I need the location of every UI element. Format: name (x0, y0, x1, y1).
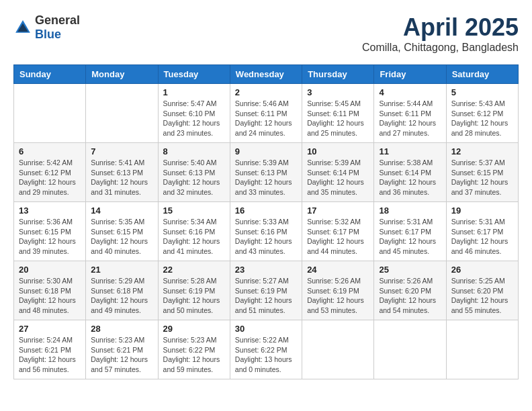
day-info: Sunrise: 5:39 AMSunset: 6:13 PMDaylight:… (235, 158, 297, 197)
day-info: Sunrise: 5:38 AMSunset: 6:14 PMDaylight:… (379, 158, 441, 197)
month-title: April 2025 (362, 13, 519, 42)
day-number: 26 (451, 265, 513, 275)
calendar-week-row: 13Sunrise: 5:36 AMSunset: 6:15 PMDayligh… (14, 202, 519, 261)
calendar-cell (302, 320, 374, 379)
calendar-cell: 24Sunrise: 5:26 AMSunset: 6:19 PMDayligh… (302, 261, 374, 320)
weekday-header: Saturday (446, 65, 518, 84)
day-info: Sunrise: 5:44 AMSunset: 6:11 PMDaylight:… (379, 99, 441, 138)
day-number: 1 (163, 87, 225, 97)
day-info: Sunrise: 5:47 AMSunset: 6:10 PMDaylight:… (163, 99, 225, 138)
day-info: Sunrise: 5:31 AMSunset: 6:17 PMDaylight:… (451, 217, 513, 257)
logo-text: General Blue (35, 13, 80, 42)
day-number: 28 (91, 324, 152, 334)
day-info: Sunrise: 5:30 AMSunset: 6:18 PMDaylight:… (19, 276, 81, 316)
title-area: April 2025 Comilla, Chittagong, Banglade… (362, 13, 519, 54)
day-info: Sunrise: 5:23 AMSunset: 6:21 PMDaylight:… (91, 335, 152, 375)
calendar-cell: 30Sunrise: 5:22 AMSunset: 6:22 PMDayligh… (230, 320, 302, 379)
day-info: Sunrise: 5:39 AMSunset: 6:14 PMDaylight:… (307, 158, 369, 197)
day-number: 17 (307, 205, 369, 216)
calendar-table: SundayMondayTuesdayWednesdayThursdayFrid… (13, 64, 519, 379)
calendar-cell: 16Sunrise: 5:33 AMSunset: 6:16 PMDayligh… (230, 202, 302, 261)
calendar-week-row: 6Sunrise: 5:42 AMSunset: 6:12 PMDaylight… (14, 143, 519, 202)
day-info: Sunrise: 5:29 AMSunset: 6:18 PMDaylight:… (91, 276, 152, 316)
day-number: 18 (379, 205, 441, 216)
calendar-cell: 13Sunrise: 5:36 AMSunset: 6:15 PMDayligh… (14, 202, 86, 261)
day-info: Sunrise: 5:26 AMSunset: 6:20 PMDaylight:… (379, 276, 441, 316)
day-info: Sunrise: 5:45 AMSunset: 6:11 PMDaylight:… (307, 99, 369, 138)
calendar-cell: 7Sunrise: 5:41 AMSunset: 6:13 PMDaylight… (86, 143, 158, 202)
day-info: Sunrise: 5:43 AMSunset: 6:12 PMDaylight:… (451, 99, 513, 138)
calendar-cell: 4Sunrise: 5:44 AMSunset: 6:11 PMDaylight… (374, 84, 446, 143)
day-number: 25 (379, 265, 441, 275)
day-number: 9 (235, 146, 297, 156)
location-title: Comilla, Chittagong, Bangladesh (362, 42, 519, 54)
calendar-cell: 2Sunrise: 5:46 AMSunset: 6:11 PMDaylight… (230, 84, 302, 143)
weekday-header: Monday (86, 65, 158, 84)
day-info: Sunrise: 5:31 AMSunset: 6:17 PMDaylight:… (379, 217, 441, 257)
day-info: Sunrise: 5:40 AMSunset: 6:13 PMDaylight:… (163, 158, 225, 197)
calendar-cell: 17Sunrise: 5:32 AMSunset: 6:17 PMDayligh… (302, 202, 374, 261)
logo-general: General (35, 13, 80, 27)
day-number: 2 (235, 87, 297, 97)
day-info: Sunrise: 5:22 AMSunset: 6:22 PMDaylight:… (235, 335, 297, 375)
day-number: 21 (91, 265, 152, 275)
day-info: Sunrise: 5:42 AMSunset: 6:12 PMDaylight:… (19, 158, 81, 197)
calendar-cell: 28Sunrise: 5:23 AMSunset: 6:21 PMDayligh… (86, 320, 158, 379)
logo: General Blue (13, 13, 80, 42)
day-number: 15 (163, 205, 225, 216)
day-info: Sunrise: 5:41 AMSunset: 6:13 PMDaylight:… (91, 158, 152, 197)
logo-blue: Blue (35, 28, 61, 41)
day-number: 19 (451, 205, 513, 216)
day-number: 10 (307, 146, 369, 156)
calendar-cell: 27Sunrise: 5:24 AMSunset: 6:21 PMDayligh… (14, 320, 86, 379)
day-info: Sunrise: 5:26 AMSunset: 6:19 PMDaylight:… (307, 276, 369, 316)
day-number: 11 (379, 146, 441, 156)
generalblue-logo-icon (13, 18, 32, 37)
calendar-cell: 21Sunrise: 5:29 AMSunset: 6:18 PMDayligh… (86, 261, 158, 320)
day-number: 4 (379, 87, 441, 97)
calendar-cell: 20Sunrise: 5:30 AMSunset: 6:18 PMDayligh… (14, 261, 86, 320)
day-number: 7 (91, 146, 152, 156)
day-number: 29 (163, 324, 225, 334)
day-number: 30 (235, 324, 297, 334)
day-info: Sunrise: 5:25 AMSunset: 6:20 PMDaylight:… (451, 276, 513, 316)
day-number: 27 (19, 324, 81, 334)
day-number: 3 (307, 87, 369, 97)
day-info: Sunrise: 5:33 AMSunset: 6:16 PMDaylight:… (235, 217, 297, 257)
calendar-cell (446, 320, 518, 379)
weekday-header: Thursday (302, 65, 374, 84)
day-info: Sunrise: 5:32 AMSunset: 6:17 PMDaylight:… (307, 217, 369, 257)
calendar-cell: 6Sunrise: 5:42 AMSunset: 6:12 PMDaylight… (14, 143, 86, 202)
weekday-header: Sunday (14, 65, 86, 84)
calendar-cell (374, 320, 446, 379)
weekday-header: Friday (374, 65, 446, 84)
calendar-cell (14, 84, 86, 143)
day-info: Sunrise: 5:35 AMSunset: 6:15 PMDaylight:… (91, 217, 152, 257)
calendar-cell: 22Sunrise: 5:28 AMSunset: 6:19 PMDayligh… (158, 261, 230, 320)
day-info: Sunrise: 5:36 AMSunset: 6:15 PMDaylight:… (19, 217, 81, 257)
calendar-cell: 19Sunrise: 5:31 AMSunset: 6:17 PMDayligh… (446, 202, 518, 261)
calendar-header-row: SundayMondayTuesdayWednesdayThursdayFrid… (14, 65, 519, 84)
calendar-cell: 23Sunrise: 5:27 AMSunset: 6:19 PMDayligh… (230, 261, 302, 320)
calendar-cell: 1Sunrise: 5:47 AMSunset: 6:10 PMDaylight… (158, 84, 230, 143)
day-info: Sunrise: 5:46 AMSunset: 6:11 PMDaylight:… (235, 99, 297, 138)
calendar-cell: 5Sunrise: 5:43 AMSunset: 6:12 PMDaylight… (446, 84, 518, 143)
header: General Blue April 2025 Comilla, Chittag… (13, 13, 519, 54)
day-info: Sunrise: 5:27 AMSunset: 6:19 PMDaylight:… (235, 276, 297, 316)
day-number: 5 (451, 87, 513, 97)
weekday-header: Tuesday (158, 65, 230, 84)
day-number: 16 (235, 205, 297, 216)
day-number: 22 (163, 265, 225, 275)
calendar-cell: 15Sunrise: 5:34 AMSunset: 6:16 PMDayligh… (158, 202, 230, 261)
day-number: 13 (19, 205, 81, 216)
calendar-cell: 25Sunrise: 5:26 AMSunset: 6:20 PMDayligh… (374, 261, 446, 320)
calendar-cell: 12Sunrise: 5:37 AMSunset: 6:15 PMDayligh… (446, 143, 518, 202)
calendar-cell: 9Sunrise: 5:39 AMSunset: 6:13 PMDaylight… (230, 143, 302, 202)
calendar-cell: 11Sunrise: 5:38 AMSunset: 6:14 PMDayligh… (374, 143, 446, 202)
day-number: 24 (307, 265, 369, 275)
calendar-cell: 14Sunrise: 5:35 AMSunset: 6:15 PMDayligh… (86, 202, 158, 261)
day-number: 23 (235, 265, 297, 275)
day-info: Sunrise: 5:24 AMSunset: 6:21 PMDaylight:… (19, 335, 81, 375)
calendar-week-row: 20Sunrise: 5:30 AMSunset: 6:18 PMDayligh… (14, 261, 519, 320)
day-number: 6 (19, 146, 81, 156)
